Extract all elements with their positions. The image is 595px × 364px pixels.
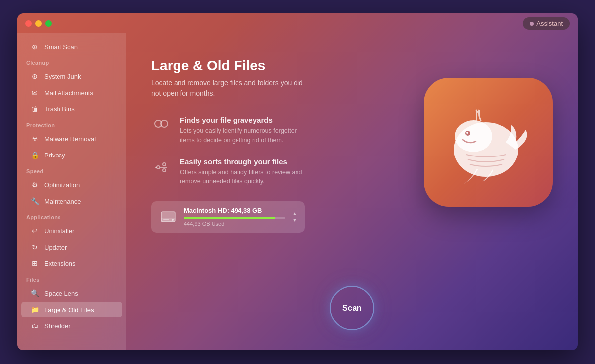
sidebar: ⊕ Smart Scan Cleanup ⊛ System Junk ✉ Mai… <box>17 33 126 350</box>
sidebar-item-uninstaller-label: Uninstaller <box>44 227 74 235</box>
feature-2-desc: Offers simple and handy filters to revie… <box>180 168 309 187</box>
large-files-icon: 📁 <box>30 305 39 314</box>
files-section-label: Files <box>17 272 126 285</box>
sidebar-item-shredder-label: Shredder <box>44 322 70 330</box>
mascot-background <box>424 78 553 207</box>
sidebar-item-shredder[interactable]: 🗂 Shredder <box>21 318 122 334</box>
speed-section-label: Speed <box>17 163 126 176</box>
page-title: Large & Old Files <box>151 58 548 74</box>
sidebar-item-extensions[interactable]: ⊞ Extensions <box>21 256 122 271</box>
svg-point-12 <box>455 120 492 152</box>
feature-item-2: Easily sorts through your files Offers s… <box>151 157 350 187</box>
privacy-icon: 🔒 <box>30 151 39 159</box>
minimize-button[interactable] <box>35 20 42 27</box>
sidebar-item-privacy-label: Privacy <box>44 152 65 159</box>
assistant-button[interactable]: Assistant <box>523 17 570 30</box>
sidebar-item-maintenance-label: Maintenance <box>44 198 81 205</box>
sidebar-item-space-lens[interactable]: 🔍 Space Lens <box>21 285 122 301</box>
sidebar-item-updater[interactable]: ↻ Updater <box>21 239 122 255</box>
uninstaller-icon: ↩ <box>30 226 39 235</box>
disk-progress-fill <box>184 217 275 219</box>
sidebar-item-malware-removal-label: Malware Removal <box>44 135 96 143</box>
sort-icon <box>151 157 171 177</box>
disk-progress-bar <box>184 217 285 219</box>
sidebar-item-privacy[interactable]: 🔒 Privacy <box>21 147 122 163</box>
applications-section-label: Applications <box>17 209 126 222</box>
sidebar-item-mail-attachments[interactable]: ✉ Mail Attachments <box>21 85 122 101</box>
feature-text-2: Easily sorts through your files Offers s… <box>180 157 309 187</box>
cleanup-section-label: Cleanup <box>17 55 126 68</box>
disk-name-label: Macintosh HD: 494,38 GB <box>184 207 285 214</box>
whale-mascot-svg <box>439 93 538 192</box>
updater-icon: ↻ <box>30 243 39 252</box>
sidebar-item-trash-bins-label: Trash Bins <box>44 105 75 113</box>
sidebar-item-extensions-label: Extensions <box>44 260 76 267</box>
sidebar-item-uninstaller[interactable]: ↩ Uninstaller <box>21 223 122 239</box>
features-list: Finds your file graveyards Lets you easi… <box>151 116 350 186</box>
extensions-icon: ⊞ <box>30 259 39 268</box>
maintenance-icon: 🔧 <box>30 197 39 206</box>
svg-point-3 <box>163 163 166 166</box>
smart-scan-icon: ⊕ <box>30 42 39 51</box>
svg-point-14 <box>466 132 468 134</box>
trash-icon: 🗑 <box>30 104 39 113</box>
scan-button[interactable]: Scan <box>330 286 374 330</box>
sidebar-item-smart-scan-label: Smart Scan <box>44 43 78 51</box>
page-subtitle: Locate and remove large files and folder… <box>151 78 310 99</box>
svg-point-2 <box>157 166 160 169</box>
malware-icon: ☣ <box>30 134 39 143</box>
svg-point-4 <box>163 169 166 172</box>
optimization-icon: ⚙ <box>30 180 39 189</box>
maximize-button[interactable] <box>45 20 52 27</box>
disk-selector[interactable]: Macintosh HD: 494,38 GB 444,93 GB Used ▲… <box>151 201 305 233</box>
sidebar-item-trash-bins[interactable]: 🗑 Trash Bins <box>21 101 122 117</box>
svg-point-9 <box>172 219 174 221</box>
mascot-container <box>424 78 553 207</box>
space-lens-icon: 🔍 <box>30 289 39 298</box>
assistant-dot-icon <box>530 22 534 26</box>
disk-used-label: 444,93 GB Used <box>184 221 285 227</box>
scan-button-label: Scan <box>342 304 362 312</box>
feature-item-1: Finds your file graveyards Lets you easi… <box>151 116 350 145</box>
sidebar-item-maintenance[interactable]: 🔧 Maintenance <box>21 193 122 209</box>
shredder-icon: 🗂 <box>30 321 39 330</box>
sidebar-item-smart-scan[interactable]: ⊕ Smart Scan <box>21 39 122 54</box>
sidebar-item-system-junk[interactable]: ⊛ System Junk <box>21 68 122 84</box>
sidebar-item-space-lens-label: Space Lens <box>44 290 78 297</box>
sidebar-item-mail-attachments-label: Mail Attachments <box>44 89 93 97</box>
sidebar-item-updater-label: Updater <box>44 244 67 251</box>
title-bar: Assistant <box>17 13 578 33</box>
sidebar-item-large-old-files-label: Large & Old Files <box>44 306 94 313</box>
sidebar-item-optimization-label: Optimization <box>44 181 80 189</box>
disk-chevron-icon: ▲ ▼ <box>292 211 297 223</box>
assistant-label: Assistant <box>536 20 563 27</box>
graveyards-icon <box>151 116 171 136</box>
feature-text-1: Finds your file graveyards Lets you easi… <box>180 116 309 145</box>
feature-1-desc: Lets you easily identify numerous forgot… <box>180 126 309 145</box>
protection-section-label: Protection <box>17 117 126 130</box>
sidebar-item-large-old-files[interactable]: 📁 Large & Old Files <box>21 302 122 317</box>
traffic-lights <box>25 20 52 27</box>
svg-rect-10 <box>163 219 169 220</box>
sidebar-item-malware-removal[interactable]: ☣ Malware Removal <box>21 131 122 147</box>
disk-info: Macintosh HD: 494,38 GB 444,93 GB Used <box>184 207 285 227</box>
mail-icon: ✉ <box>30 88 39 97</box>
feature-1-title: Finds your file graveyards <box>180 116 309 124</box>
feature-2-title: Easily sorts through your files <box>180 157 309 166</box>
sidebar-item-optimization[interactable]: ⚙ Optimization <box>21 177 122 193</box>
sidebar-item-system-junk-label: System Junk <box>44 73 81 80</box>
system-junk-icon: ⊛ <box>30 72 39 81</box>
disk-drive-icon <box>159 208 177 226</box>
main-content: Large & Old Files Locate and remove larg… <box>126 33 578 350</box>
close-button[interactable] <box>25 20 32 27</box>
